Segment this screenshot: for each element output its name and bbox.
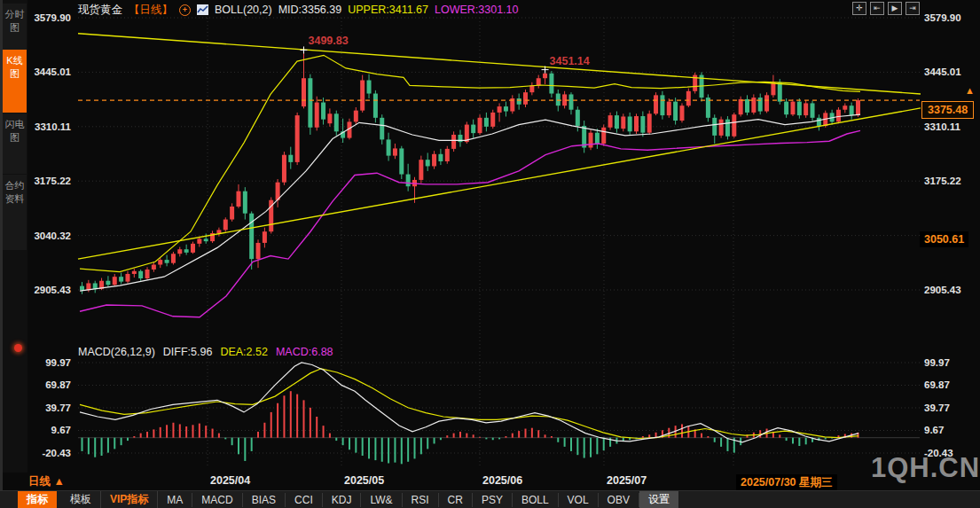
tab-rsi[interactable]: RSI (403, 493, 439, 507)
scale-right-icon[interactable]: ▶ (888, 2, 902, 15)
macd-tick-left: 39.77 (27, 402, 71, 413)
price-tick-right: 3310.11 (924, 121, 960, 132)
tab-ma[interactable]: MA (158, 493, 192, 507)
macd-tick-right: 9.67 (924, 425, 944, 435)
tab-templates[interactable]: 模板 (61, 491, 101, 508)
macd-hist-value: MACD:6.88 (276, 346, 333, 358)
tab-macd[interactable]: MACD (192, 493, 242, 507)
tab-obv[interactable]: OBV (599, 493, 639, 507)
tab-kdj[interactable]: KDJ (323, 493, 362, 507)
price-tick-left: 2905.43 (27, 285, 71, 295)
price-tick-right: 3175.22 (924, 176, 961, 186)
current-date-label: 2025/07/30 星期三 (736, 474, 837, 491)
boll-label: BOLL(20,2) (215, 4, 272, 16)
macd-name: MACD(26,12,9) (78, 346, 155, 358)
peak-price-annotation: 3499.83 (309, 35, 349, 47)
date-tick: 2025/07 (607, 474, 647, 487)
macd-tick-right: 39.77 (924, 402, 950, 413)
period-label[interactable]: 【日线】 (129, 3, 173, 18)
tab-cr[interactable]: CR (439, 493, 473, 507)
date-tick: 2025/06 (482, 474, 522, 487)
tab-vol[interactable]: VOL (559, 493, 599, 507)
tab-cci[interactable]: CCI (286, 493, 323, 507)
bottom-toolbar: 指标 模板 VIP指标 MA MACD BIAS CCI KDJ LW& RSI… (0, 490, 980, 508)
peak-price-annotation: 3451.14 (550, 55, 590, 67)
date-tick: 2025/04 (210, 474, 250, 487)
macd-header: MACD(26,12,9) DIFF:5.96 DEA:2.52 MACD:6.… (78, 346, 333, 358)
trading-app-window: 分时图 K线图 闪电图 合约资料 现货黄金 【日线】 + BOLL(20,2) … (0, 0, 980, 508)
date-tick: 2025/05 (344, 474, 384, 487)
tab-boll[interactable]: BOLL (513, 493, 559, 507)
macd-tick-right: 69.87 (924, 379, 950, 390)
price-tick-right: 2905.43 (924, 285, 961, 295)
last-price-badge: 3375.48 (921, 101, 974, 119)
price-tick-right: 3445.01 (924, 66, 961, 77)
boll-mid-value: MID:3356.39 (278, 4, 342, 16)
boll-lower-value: LOWER:3301.10 (435, 4, 519, 16)
price-tick-left: 3310.11 (27, 121, 71, 132)
price-tick-right: 3579.90 (924, 12, 961, 23)
period-selector[interactable]: 日线 ▲ (28, 474, 65, 489)
date-axis: 日线 ▲ 2025/04 2025/05 2025/06 2025/07 202… (0, 473, 980, 490)
price-tick-left: 3040.32 (27, 231, 71, 241)
tab-bias[interactable]: BIAS (243, 493, 286, 507)
macd-diff-value: DIFF:5.96 (163, 346, 213, 358)
add-indicator-icon[interactable]: + (179, 4, 191, 16)
tab-vip-indicators[interactable]: VIP指标 (101, 491, 158, 508)
price-tick-left: 3175.22 (27, 176, 71, 186)
macd-tick-left: 69.87 (27, 379, 71, 390)
macd-tick-left: 99.97 (27, 357, 71, 368)
jump-latest-icon[interactable]: ⇥ (906, 2, 920, 15)
level-price-badge: 3050.61 (920, 231, 968, 247)
price-chart-canvas[interactable] (0, 0, 980, 508)
chart-tool-icons: ✛ ⇤ ▶ ⇥ (852, 2, 920, 15)
tab-lw[interactable]: LW& (361, 493, 402, 507)
macd-tick-right: 99.97 (924, 357, 950, 368)
symbol-name: 现货黄金 (78, 3, 122, 18)
macd-dea-value: DEA:2.52 (220, 346, 268, 358)
macd-tick-left: -20.43 (27, 448, 71, 458)
indicator-chart-icon[interactable] (197, 4, 208, 15)
price-tick-left: 3579.90 (27, 12, 71, 23)
alert-dot-icon[interactable] (14, 344, 22, 352)
pan-icon[interactable]: ✛ (852, 2, 866, 15)
tab-settings[interactable]: 设置 (639, 491, 678, 508)
tab-psy[interactable]: PSY (473, 493, 513, 507)
boll-upper-value: UPPER:3411.67 (348, 4, 428, 16)
scale-left-icon[interactable]: ⇤ (870, 2, 884, 15)
last-price-arrow-icon: ▲ (965, 85, 975, 96)
price-tick-left: 3445.01 (27, 66, 71, 77)
tab-indicators[interactable]: 指标 (18, 491, 57, 508)
indicator-bar: 现货黄金 【日线】 + BOLL(20,2) MID:3356.39 UPPER… (78, 3, 519, 17)
macd-tick-left: 9.67 (27, 425, 71, 435)
